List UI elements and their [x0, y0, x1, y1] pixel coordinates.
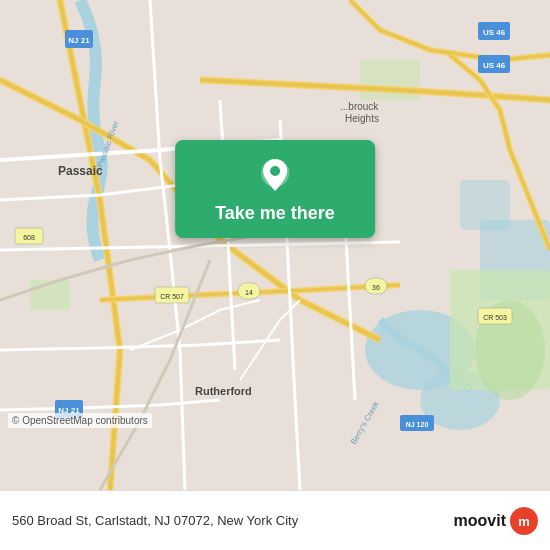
svg-text:36: 36 [372, 284, 380, 291]
svg-text:Rutherford: Rutherford [195, 385, 252, 397]
svg-text:US 46: US 46 [483, 61, 506, 70]
svg-point-37 [270, 166, 280, 176]
svg-text:m: m [518, 514, 530, 529]
svg-text:...brouck: ...brouck [340, 101, 379, 112]
svg-rect-4 [460, 180, 510, 230]
svg-text:NJ 120: NJ 120 [406, 421, 429, 428]
location-pin-icon [260, 158, 290, 199]
bottom-bar: 560 Broad St, Carlstadt, NJ 07072, New Y… [0, 490, 550, 550]
button-overlay: Take me there [175, 140, 375, 238]
copyright-text: © OpenStreetMap contributors [12, 415, 148, 426]
svg-text:14: 14 [245, 289, 253, 296]
moovit-logo: moovit m [454, 507, 538, 535]
moovit-logo-icon: m [510, 507, 538, 535]
svg-text:NJ 21: NJ 21 [68, 36, 90, 45]
take-me-there-label: Take me there [215, 203, 335, 224]
svg-text:US 46: US 46 [483, 28, 506, 37]
map-container: NJ 21 NJ 21 US 46 US 46 CR 507 14 36 608… [0, 0, 550, 490]
address-label: 560 Broad St, Carlstadt, NJ 07072, New Y… [12, 513, 298, 528]
svg-text:CR 503: CR 503 [483, 314, 507, 321]
svg-text:608: 608 [23, 234, 35, 241]
svg-text:CR 507: CR 507 [160, 293, 184, 300]
svg-text:Heights: Heights [345, 113, 379, 124]
copyright-notice: © OpenStreetMap contributors [8, 413, 152, 428]
moovit-logo-text: moovit [454, 512, 506, 530]
take-me-there-button[interactable]: Take me there [175, 140, 375, 238]
